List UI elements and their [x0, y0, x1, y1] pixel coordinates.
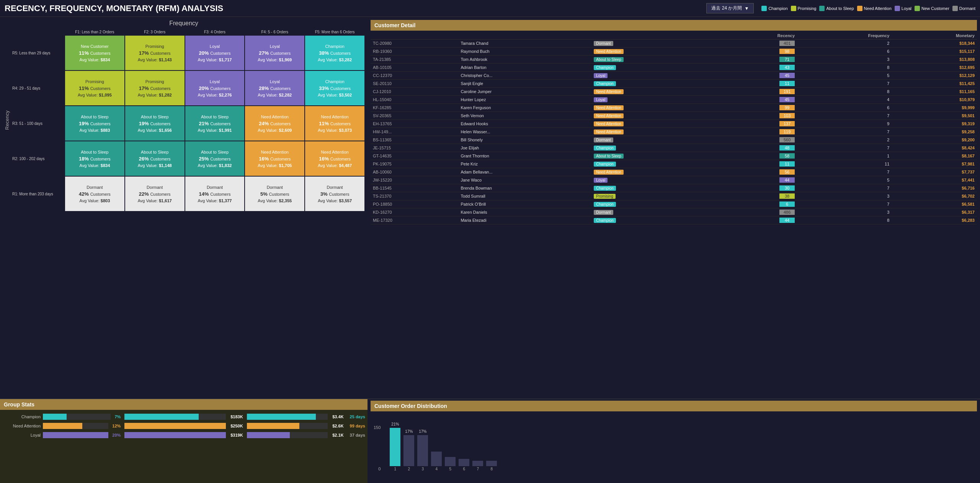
table-row[interactable]: TA-21385 Tom Ashbrook About to Sleep 71 …	[371, 56, 977, 64]
matrix-cell-r2-f4[interactable]: Need Attention 16% Customers Avg Value: …	[245, 141, 304, 176]
cell-avg: Avg Value: $1,617	[138, 198, 172, 203]
table-row[interactable]: BB-11545 Brenda Bowman Champion 30 7 $6,…	[371, 184, 977, 192]
bottom-row: Group Stats Champion 7% Need Attention 1…	[0, 399, 980, 483]
bar-chart: 21% 1 17% 2 17% 3 4 5 6 7 8	[390, 425, 497, 471]
stat-bar-bg	[43, 432, 108, 438]
order-dist-header: Customer Order Distribution	[371, 401, 977, 411]
matrix-cell-r1-f5[interactable]: Dormant 3% Customers Avg Value: $3,557	[305, 177, 364, 211]
page-title: RECENCY, FREQUENCY, MONETARY (RFM) ANALY…	[5, 3, 223, 13]
table-row[interactable]: PK-19075 Pete Kriz Champion 11 11 $7,981	[371, 160, 977, 168]
order-dist-panel: Customer Order Distribution 150 0 21% 1 …	[368, 399, 980, 483]
table-row[interactable]: ME-17320 Maria Etezadi Champion 44 8 $6,…	[371, 216, 977, 224]
customer-name: Maria Etezadi	[458, 216, 591, 224]
matrix-cell-r5-f2[interactable]: Promising 17% Customers Avg Value: $1,14…	[125, 36, 185, 70]
customer-frequency: 7	[797, 200, 892, 208]
customer-segment: Champion	[591, 200, 717, 208]
cell-pct: 38% Customers	[319, 50, 351, 56]
customer-segment: Dormant	[591, 39, 717, 47]
legend-item-about-to-sleep: About to Sleep	[819, 6, 854, 11]
table-row[interactable]: BS-11365 Bill Shonely Dormant 560 2 $9,2…	[371, 136, 977, 144]
table-row[interactable]: PO-18850 Patrick O'Brill Champion 6 7 $6…	[371, 200, 977, 208]
table-row[interactable]: KD-16270 Karen Daniels Dormant 486 3 $6,…	[371, 208, 977, 216]
matrix-cell-r1-f3[interactable]: Dormant 14% Customers Avg Value: $1,377	[185, 177, 245, 211]
col-segment	[591, 32, 717, 39]
stats-col-pct: Champion 7% Need Attention 12% Loyal 20%	[2, 414, 121, 441]
matrix-cell-r2-f1[interactable]: About to Sleep 18% Customers Avg Value: …	[65, 141, 124, 176]
matrix-cell-r3-f3[interactable]: About to Sleep 21% Customers Avg Value: …	[185, 106, 245, 141]
table-row[interactable]: CC-12370 Christopher Co... Loyal 45 5 $1…	[371, 72, 977, 80]
stat-bar	[43, 423, 82, 429]
table-row[interactable]: KF-16285 Karen Ferguson Need Attention 9…	[371, 104, 977, 112]
customer-table: Recency Frequency Monetary TC-20980 Tama…	[371, 32, 977, 224]
matrix-cell-r3-f1[interactable]: About to Sleep 19% Customers Avg Value: …	[65, 106, 124, 141]
matrix-cell-r2-f2[interactable]: About to Sleep 26% Customers Avg Value: …	[125, 141, 185, 176]
stat-pct-value: 7%	[114, 414, 121, 419]
table-row[interactable]: TS-21370 Todd Sumrall Promising 38 3 $6,…	[371, 192, 977, 200]
matrix-cell-r2-f3[interactable]: About to Sleep 25% Customers Avg Value: …	[185, 141, 245, 176]
matrix-cell-r2-f5[interactable]: Need Attention 16% Customers Avg Value: …	[305, 141, 364, 176]
customer-name: Pete Kriz	[458, 160, 591, 168]
customer-name: Tamara Chand	[458, 39, 591, 47]
matrix-cell-r4-f1[interactable]: Promising 11% Customers Avg Value: $1,09…	[65, 71, 124, 105]
cell-avg: Avg Value: $2,276	[198, 93, 232, 97]
matrix-cell-r4-f5[interactable]: Champion 33% Customers Avg Value: $3,502	[305, 71, 364, 105]
matrix-cell-r5-f4[interactable]: Loyal 27% Customers Avg Value: $1,969	[245, 36, 304, 70]
bar-rect	[445, 457, 456, 466]
legend-color	[791, 6, 796, 11]
matrix-cell-r4-f2[interactable]: Promising 17% Customers Avg Value: $1,28…	[125, 71, 185, 105]
stat-pct-value: 20%	[112, 433, 121, 437]
cell-avg: Avg Value: $834	[80, 163, 110, 168]
cell-pct: 21% Customers	[199, 121, 231, 126]
table-row[interactable]: HW-149... Helen Wasser... Need Attention…	[371, 128, 977, 136]
customer-frequency: 7	[797, 184, 892, 192]
cell-pct: 17% Customers	[139, 85, 171, 91]
customer-frequency: 1	[797, 152, 892, 160]
customer-segment: Champion	[591, 80, 717, 88]
matrix-cell-r4-f4[interactable]: Loyal 28% Customers Avg Value: $2,282	[245, 71, 304, 105]
legend-color	[915, 6, 920, 11]
stat-bar-bg	[43, 414, 111, 420]
matrix-cell-r1-f4[interactable]: Dormant 5% Customers Avg Value: $2,355	[245, 177, 304, 211]
legend-label: Dormant	[959, 6, 975, 11]
matrix-cell-r5-f5[interactable]: Champion 38% Customers Avg Value: $3,282	[305, 36, 364, 70]
table-row[interactable]: HL-15040 Hunter Lopez Loyal 45 4 $10,979	[371, 96, 977, 104]
table-row[interactable]: AB-10105 Adrian Barton Champion 43 8 $12…	[371, 64, 977, 72]
customer-monetary: $9,999	[892, 104, 977, 112]
matrix-cell-r3-f4[interactable]: Need Attention 24% Customers Avg Value: …	[245, 106, 304, 141]
customer-id: AB-10060	[371, 168, 458, 176]
customer-segment: About to Sleep	[591, 152, 717, 160]
table-row[interactable]: TC-20980 Tamara Chand Dormant 401 2 $18,…	[371, 39, 977, 47]
cell-segment: About to Sleep	[141, 150, 168, 154]
table-row[interactable]: EH-13765 Edward Hooks Need Attention 137…	[371, 120, 977, 128]
matrix-cell-r3-f2[interactable]: About to Sleep 19% Customers Avg Value: …	[125, 106, 185, 141]
customer-frequency: 2	[797, 136, 892, 144]
date-filter-button[interactable]: 過去 24 か月間 ▼	[706, 3, 754, 13]
customer-id: BS-11365	[371, 136, 458, 144]
cell-avg: Avg Value: $4,487	[318, 163, 352, 168]
table-row[interactable]: JE-15715 Joe Elijah Champion 48 7 $8,424	[371, 144, 977, 152]
matrix-cell-r5-f3[interactable]: Loyal 20% Customers Avg Value: $1,717	[185, 36, 245, 70]
customer-name: Jane Waco	[458, 176, 591, 184]
table-row[interactable]: AB-10060 Adam Bellavan... Need Attention…	[371, 168, 977, 176]
stat-revenue-value: $183K	[230, 414, 243, 419]
stat-row-pct: Champion 7%	[2, 414, 121, 420]
table-row[interactable]: JW-15220 Jane Waco Loyal 44 5 $7,441	[371, 176, 977, 184]
cell-segment: Loyal	[270, 44, 280, 49]
matrix-cell-r3-f5[interactable]: Need Attention 11% Customers Avg Value: …	[305, 106, 364, 141]
cell-pct: 11% Customers	[79, 85, 111, 91]
matrix-cell-r4-f3[interactable]: Loyal 20% Customers Avg Value: $2,276	[185, 71, 245, 105]
matrix-cell-r5-f1[interactable]: New Customer 11% Customers Avg Value: $8…	[65, 36, 124, 70]
col-header-f1: F1: Less than 2 Orders	[65, 29, 124, 35]
matrix-cell-r1-f2[interactable]: Dormant 22% Customers Avg Value: $1,617	[125, 177, 185, 211]
group-stats-panel: Group Stats Champion 7% Need Attention 1…	[0, 399, 368, 483]
table-row[interactable]: CJ-12010 Caroline Jumper Need Attention …	[371, 88, 977, 96]
customer-name: Seth Vernon	[458, 112, 591, 120]
customer-frequency: 3	[797, 208, 892, 216]
bar-pct-label: 17%	[405, 429, 413, 434]
table-row[interactable]: SE-20110 Sanjit Engle Champion 11 7 $11,…	[371, 80, 977, 88]
table-row[interactable]: GT-14635 Grant Thornton About to Sleep 5…	[371, 152, 977, 160]
matrix-cell-r1-f1[interactable]: Dormant 42% Customers Avg Value: $803	[65, 177, 124, 211]
col-headers: F1: Less than 2 OrdersF2: 3 OrdersF3: 4 …	[11, 29, 364, 35]
table-row[interactable]: RB-19360 Raymond Buch Need Attention 98 …	[371, 47, 977, 56]
table-row[interactable]: SV-20365 Seth Vernon Need Attention 103 …	[371, 112, 977, 120]
